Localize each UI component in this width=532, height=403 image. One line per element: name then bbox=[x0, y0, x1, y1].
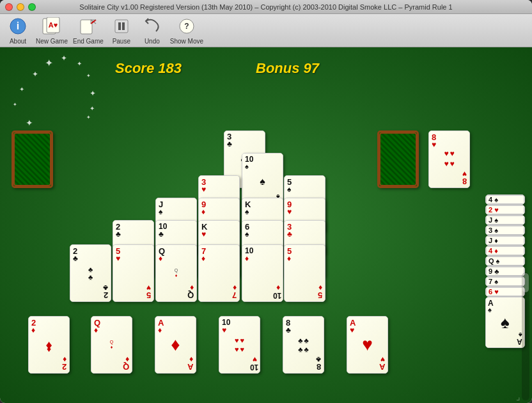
svg-rect-11 bbox=[118, 22, 121, 30]
pyramid-r6-c5[interactable]: 8 ♣ 8 ♣ ♣♣ ♣♣ bbox=[283, 316, 324, 374]
new-game-label: New Game bbox=[36, 38, 68, 45]
right-col-Qs[interactable]: Q ♠ bbox=[485, 256, 525, 266]
pyramid-r6-c4[interactable]: 10 ♥ 10 ♥ ♥♥ ♥♥ bbox=[219, 316, 260, 374]
svg-text:i: i bbox=[17, 20, 19, 31]
window-title: Solitaire City v1.00 Registered Version … bbox=[79, 3, 452, 11]
stock-pile-right[interactable] bbox=[377, 130, 419, 188]
show-move-label: Show Move bbox=[170, 38, 203, 45]
pyramid-r5-c3[interactable]: Q ♦ Q ♦ Q♦ bbox=[155, 244, 197, 302]
show-move-icon: ? bbox=[176, 16, 197, 36]
right-col-7s[interactable]: 7 ♠ bbox=[485, 276, 525, 287]
pyramid-r5-c2[interactable]: 5 ♥ 5 ♥ bbox=[113, 244, 154, 302]
pyramid-r6-c6[interactable]: A ♥ A ♥ ♥ bbox=[347, 316, 388, 374]
end-game-label: End Game bbox=[73, 38, 104, 45]
right-col-9s[interactable]: 9 ♣ bbox=[485, 266, 525, 276]
pyramid-r5-c1[interactable]: 2 ♣ 2 ♣ ♣♣ bbox=[70, 244, 111, 302]
pyramid-r6-c2[interactable]: Q ♦ Q ♦ Q♦ bbox=[91, 316, 132, 374]
svg-rect-10 bbox=[115, 20, 128, 33]
game-area[interactable]: ✦ ✦ ✦ ✦ ✦ ✦ ✦ ✦ ✦ ✦ ✦ Score 183 3 ♣ bbox=[0, 47, 532, 403]
undo-icon bbox=[142, 16, 162, 36]
resize-handle[interactable]: ⌟ bbox=[516, 391, 520, 402]
close-button[interactable] bbox=[5, 3, 13, 11]
about-button[interactable]: i About bbox=[5, 16, 31, 45]
right-col-2h[interactable]: 2 ♥ bbox=[485, 205, 525, 215]
right-col-3s[interactable]: 3 ♠ bbox=[485, 225, 525, 235]
show-move-button[interactable]: ? Show Move bbox=[170, 16, 203, 45]
pause-icon bbox=[111, 16, 132, 36]
new-game-button[interactable]: A♥ New Game bbox=[36, 16, 68, 45]
right-col-4s[interactable]: 4 ♠ bbox=[485, 194, 525, 205]
new-game-icon: A♥ bbox=[42, 16, 62, 36]
right-col-6h[interactable]: 6 ♥ bbox=[485, 287, 525, 297]
svg-text:?: ? bbox=[184, 22, 189, 31]
stock-pile-card[interactable] bbox=[12, 130, 53, 188]
right-col-4r[interactable]: 4 ♦ bbox=[485, 246, 525, 256]
pause-label: Pause bbox=[113, 38, 130, 45]
pyramid-r5-c5[interactable]: 10 ♦ 10 ♦ bbox=[242, 244, 283, 302]
right-col-Jh[interactable]: J ♦ bbox=[485, 235, 525, 246]
window-controls bbox=[5, 3, 36, 11]
bonus-display: Bonus 97 bbox=[256, 60, 319, 77]
scrollbar[interactable] bbox=[522, 273, 529, 400]
pyramid-r5-c4[interactable]: 7 ♦ 7 ♦ bbox=[198, 244, 240, 302]
end-game-icon bbox=[78, 16, 98, 36]
undo-button[interactable]: Undo bbox=[139, 16, 165, 45]
svg-rect-12 bbox=[122, 22, 125, 30]
pause-button[interactable]: Pause bbox=[109, 16, 134, 45]
right-col-as[interactable]: A ♠ A ♠ ♠ bbox=[485, 297, 525, 348]
stars-decoration: ✦ ✦ ✦ ✦ ✦ ✦ ✦ ✦ ✦ ✦ ✦ bbox=[6, 54, 96, 130]
minimize-button[interactable] bbox=[17, 3, 24, 11]
score-display: Score 183 bbox=[115, 60, 182, 77]
end-game-button[interactable]: End Game bbox=[73, 16, 104, 45]
title-bar: Solitaire City v1.00 Registered Version … bbox=[0, 0, 532, 14]
about-icon: i bbox=[8, 16, 28, 36]
svg-rect-5 bbox=[81, 20, 92, 34]
right-col-Js[interactable]: J ♠ bbox=[485, 215, 525, 225]
maximize-button[interactable] bbox=[28, 3, 36, 11]
about-label: About bbox=[10, 38, 26, 45]
app-window: Solitaire City v1.00 Registered Version … bbox=[0, 0, 532, 403]
undo-label: Undo bbox=[145, 38, 160, 45]
pyramid-r5-c6[interactable]: 5 ♦ 5 ♦ bbox=[284, 244, 325, 302]
eight-hearts-card[interactable]: 8 ♥ 8 ♥ ♥♥ ♥♥ bbox=[428, 130, 470, 188]
pyramid-r6-c3[interactable]: A ♦ A ♦ ♦ bbox=[155, 316, 196, 374]
toolbar: i About A♥ New Game bbox=[0, 14, 532, 47]
svg-text:A♥: A♥ bbox=[49, 21, 58, 29]
pyramid-r6-c1[interactable]: 2 ♦ 2 ♦ ♦ ♦ bbox=[28, 316, 70, 374]
